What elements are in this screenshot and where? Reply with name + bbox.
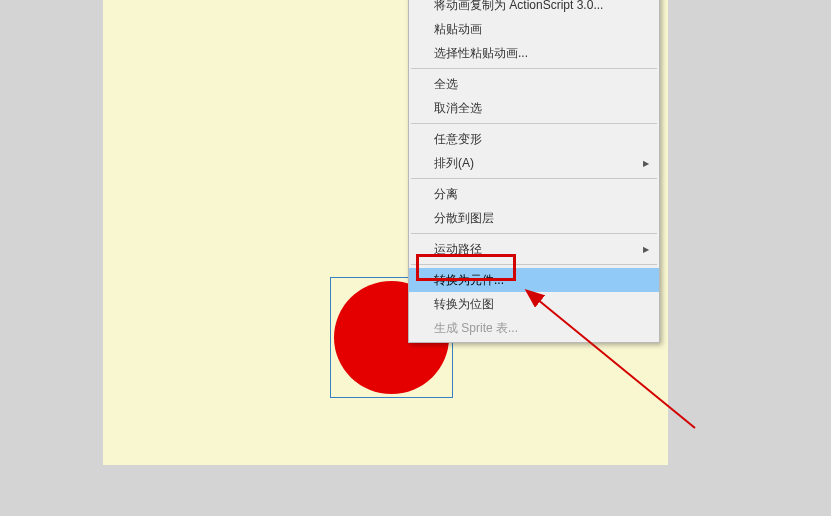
menu-separator [411, 123, 657, 124]
menu-convert-to-symbol[interactable]: 转换为元件... [409, 268, 659, 292]
context-menu: 将动画复制为 ActionScript 3.0... 粘贴动画 选择性粘贴动画.… [408, 0, 660, 343]
menu-copy-as-actionscript[interactable]: 将动画复制为 ActionScript 3.0... [409, 0, 659, 17]
menu-separator [411, 68, 657, 69]
menu-paste-special-animation[interactable]: 选择性粘贴动画... [409, 41, 659, 65]
menu-convert-to-bitmap[interactable]: 转换为位图 [409, 292, 659, 316]
menu-separator [411, 178, 657, 179]
menu-generate-sprite-sheet: 生成 Sprite 表... [409, 316, 659, 340]
menu-distribute-layers[interactable]: 分散到图层 [409, 206, 659, 230]
menu-free-transform[interactable]: 任意变形 [409, 127, 659, 151]
menu-paste-animation[interactable]: 粘贴动画 [409, 17, 659, 41]
menu-separator [411, 264, 657, 265]
menu-motion-path[interactable]: 运动路径 [409, 237, 659, 261]
menu-arrange[interactable]: 排列(A) [409, 151, 659, 175]
menu-separator [411, 233, 657, 234]
menu-select-all[interactable]: 全选 [409, 72, 659, 96]
menu-deselect-all[interactable]: 取消全选 [409, 96, 659, 120]
menu-break-apart[interactable]: 分离 [409, 182, 659, 206]
